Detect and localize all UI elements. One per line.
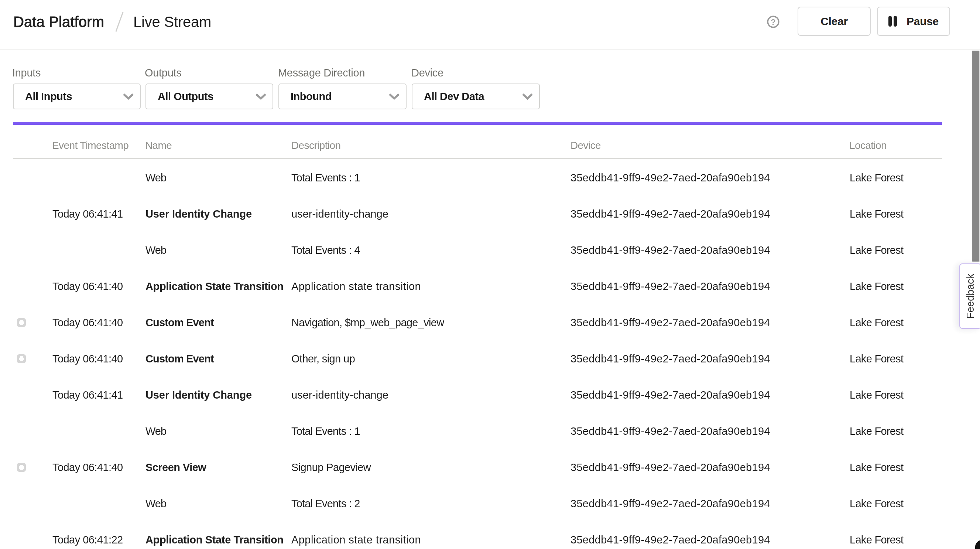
svg-text:?: ? [771,18,775,27]
